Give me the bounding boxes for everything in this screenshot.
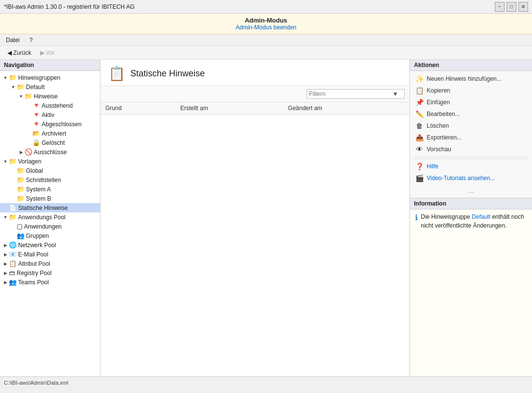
window-controls: − □ ✕ (495, 2, 528, 12)
tree-icon-teams-pool: 👥 (9, 278, 17, 286)
action-icon-export: 📤 (415, 134, 424, 141)
filter-dropdown-icon[interactable]: ▼ (392, 91, 398, 97)
toolbar: ◀ Zurück ▶ Vor (0, 46, 532, 60)
nav-item-hinweise[interactable]: ▼📁Hinweise (0, 92, 100, 101)
back-arrow-icon: ◀ (7, 49, 12, 56)
tree-label-archiviert: Archiviert (42, 130, 66, 137)
main-layout: Navigation ▼📁Hinweisgruppen▼📁Default▼📁Hi… (0, 60, 532, 376)
nav-item-gruppen[interactable]: 👥Gruppen (0, 231, 100, 240)
nav-item-hinweisgruppen[interactable]: ▼📁Hinweisgruppen (0, 73, 100, 82)
table-container: Grund Erstellt am Geändert am (100, 102, 410, 376)
action-separator (414, 159, 528, 159)
action-separator-2 (414, 157, 528, 157)
action-label-paste: Einfügen (427, 99, 450, 106)
restore-button[interactable]: □ (507, 2, 516, 12)
tree-arrow-vorlagen: ▼ (2, 159, 9, 164)
tree-icon-anwendungen: ▢ (17, 223, 23, 230)
tree-icon-system-b: 📁 (17, 195, 24, 202)
tree-label-aktiv: Aktiv (42, 112, 54, 118)
action-item-edit[interactable]: ✏️Bearbeiten... (410, 108, 532, 120)
nav-item-ausschluesse[interactable]: ▶🚫Ausschlüsse (0, 147, 100, 157)
tree-icon-system-a: 📁 (17, 185, 24, 193)
info-text: Die Hinweisgruppe Default enthält noch n… (421, 212, 527, 230)
info-icon: ℹ (415, 213, 418, 222)
nav-item-vorlagen[interactable]: ▼📁Vorlagen (0, 157, 100, 166)
nav-panel: Navigation ▼📁Hinweisgruppen▼📁Default▼📁Hi… (0, 60, 100, 376)
nav-tree: ▼📁Hinweisgruppen▼📁Default▼📁Hinweise🔻Auss… (0, 71, 100, 376)
action-icon-new-hint: ✨ (415, 75, 424, 83)
tree-arrow-email-pool: ▶ (2, 252, 9, 257)
col-grund: Grund (100, 102, 175, 115)
tree-label-ausschluesse: Ausschlüsse (34, 149, 67, 156)
menu-help[interactable]: ? (27, 36, 35, 45)
nav-item-abgeschlossen[interactable]: 🔻Abgeschlossen (0, 119, 100, 129)
tree-icon-schnittstellen: 📁 (17, 176, 24, 184)
nav-item-anwendungen[interactable]: ▢Anwendungen (0, 222, 100, 231)
nav-item-ausstehend[interactable]: 🔻Ausstehend (0, 101, 100, 110)
action-item-new-hint[interactable]: ✨Neuen Hinweis hinzufügen... (410, 73, 532, 85)
menu-bar: Datei ? (0, 34, 532, 46)
tree-arrow-ausschluesse: ▶ (18, 150, 24, 155)
tree-arrow-registry-pool: ▶ (2, 271, 9, 276)
close-button[interactable]: ✕ (518, 2, 528, 12)
forward-button[interactable]: ▶ Vor (37, 48, 58, 58)
action-item-copy[interactable]: 📋Kopieren (410, 85, 532, 96)
filter-input-wrap[interactable]: ▼ (307, 89, 405, 99)
nav-item-netzwerk-pool[interactable]: ▶🌐Netzwerk Pool (0, 240, 100, 250)
tree-arrow-hinweise: ▼ (18, 94, 24, 99)
nav-item-attribut-pool[interactable]: ▶📋Attribut Pool (0, 259, 100, 268)
filter-input[interactable] (309, 91, 392, 97)
tree-icon-netzwerk-pool: 🌐 (9, 241, 17, 249)
nav-item-geloescht[interactable]: 🔒Gelöscht (0, 138, 100, 147)
nav-item-system-a[interactable]: 📁System A (0, 185, 100, 194)
nav-item-teams-pool[interactable]: ▶👥Teams Pool (0, 277, 100, 287)
nav-item-statische-hinweise[interactable]: 📄Statische Hinweise (0, 203, 100, 212)
content-title: Statische Hinweise (130, 69, 205, 79)
content-area: 📋 Statische Hinweise ▼ Grund Erstellt am… (100, 60, 410, 376)
tree-icon-email-pool: 📧 (9, 251, 17, 258)
info-content: ℹ Die Hinweisgruppe Default enthält noch… (415, 212, 527, 230)
tree-icon-attribut-pool: 📋 (9, 260, 17, 267)
nav-item-schnittstellen[interactable]: 📁Schnittstellen (0, 175, 100, 185)
nav-item-email-pool[interactable]: ▶📧E-Mail Pool (0, 250, 100, 259)
tree-icon-default: 📁 (17, 83, 24, 91)
nav-item-aktiv[interactable]: 🔻Aktiv (0, 110, 100, 119)
tree-label-default: Default (26, 84, 45, 91)
menu-datei[interactable]: Datei (4, 36, 22, 45)
nav-item-archiviert[interactable]: 📂Archiviert (0, 129, 100, 138)
tree-icon-vorlagen: 📁 (9, 158, 17, 165)
tree-label-statische-hinweise: Statische Hinweise (18, 205, 68, 211)
tree-label-anwendungen: Anwendungen (24, 223, 62, 230)
col-erstellt: Erstellt am (175, 102, 283, 115)
action-item-export[interactable]: 📤Exportieren... (410, 132, 532, 143)
content-header: 📋 Statische Hinweise (100, 60, 410, 86)
action-item-preview[interactable]: 👁Vorschau (410, 143, 532, 155)
info-link[interactable]: Default (472, 213, 490, 220)
nav-item-default[interactable]: ▼📁Default (0, 82, 100, 92)
nav-item-system-b[interactable]: 📁System B (0, 194, 100, 203)
admin-mode-link[interactable]: Admin-Modus beenden (236, 24, 296, 31)
nav-item-registry-pool[interactable]: ▶🗃Registry Pool (0, 268, 100, 277)
back-button[interactable]: ◀ Zurück (4, 48, 35, 58)
action-label-help: Hilfe (427, 163, 438, 170)
tree-label-gruppen: Gruppen (26, 232, 49, 239)
info-panel: Information ℹ Die Hinweisgruppe Default … (410, 198, 532, 376)
action-item-delete[interactable]: 🗑Löschen (410, 120, 532, 132)
tree-icon-gruppen: 👥 (17, 232, 24, 239)
action-icon-video-tutorials: 🎬 (415, 174, 424, 182)
action-item-help[interactable]: ❓Hilfe (410, 161, 532, 172)
status-path: C:\IBI-aws\Admin\Data.xml (4, 380, 68, 386)
action-item-video-tutorials[interactable]: 🎬Video-Tutorials ansehen... (410, 172, 532, 184)
action-icon-copy: 📋 (415, 87, 424, 94)
tree-arrow-teams-pool: ▶ (2, 280, 9, 285)
tree-label-teams-pool: Teams Pool (18, 279, 49, 286)
action-item-paste[interactable]: 📌Einfügen (410, 96, 532, 108)
nav-item-global[interactable]: 📁Global (0, 166, 100, 175)
tree-label-geloescht: Gelöscht (42, 139, 65, 146)
minimize-button[interactable]: − (495, 2, 505, 12)
actions-dots: ··· (410, 186, 532, 198)
forward-label: Vor (46, 49, 55, 56)
col-geaendert: Geändert am (283, 102, 410, 115)
tree-icon-abgeschlossen: 🔻 (32, 120, 40, 128)
nav-item-anwendungs-pool[interactable]: ▼📁Anwendungs Pool (0, 212, 100, 222)
